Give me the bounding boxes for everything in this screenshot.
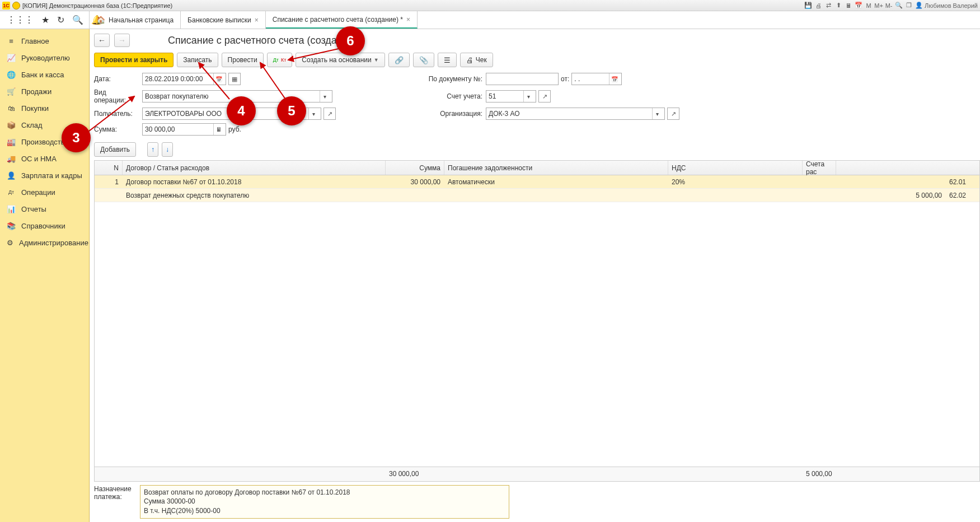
chevron-down-icon[interactable]: ▾ (308, 108, 318, 119)
post-close-button[interactable]: Провести и закрыть (94, 53, 174, 67)
org-label: Организация: (421, 110, 482, 118)
sidebar-item-sales[interactable]: 🛒Продажи (0, 83, 89, 100)
th-contract[interactable]: Договор / Статья расходов (123, 161, 386, 175)
table-row[interactable]: 1 Договор поставки №67 от 01.10.2018 30 … (95, 175, 979, 189)
chevron-down-icon: ▼ (374, 57, 379, 63)
tb-calc-icon[interactable]: 🖩 (844, 1, 853, 10)
nav-back-button[interactable]: ← (94, 34, 110, 47)
nav-forward-button[interactable]: → (114, 34, 130, 47)
link-button[interactable]: 🔗 (388, 53, 410, 67)
tab-label: Банковские выписки (187, 16, 251, 24)
items-table: N Договор / Статья расходов Сумма Погаше… (94, 160, 980, 482)
chevron-down-icon[interactable]: ▾ (320, 91, 330, 102)
button-label: Чек (476, 56, 487, 64)
calendar-icon[interactable]: 📅 (213, 73, 223, 85)
docfrom-input[interactable]: . .📅 (571, 73, 622, 85)
save-button[interactable]: Записать (177, 53, 218, 67)
sidebar-item-label: Банк и касса (21, 71, 64, 79)
top-row: ⋮⋮⋮ ★ ↻ 🔍 🔔 🏠 Начальная страница Банковс… (0, 11, 980, 29)
docnum-label: По документу №: (421, 75, 482, 83)
date-label: Дата: (94, 75, 139, 83)
tb-window-icon[interactable]: ❐ (904, 1, 913, 10)
account-input[interactable]: 51▾ (486, 90, 536, 102)
sidebar-item-admin[interactable]: ⚙Администрирование (0, 234, 89, 251)
chevron-down-icon[interactable]: ▾ (523, 91, 533, 102)
open-icon[interactable]: ↗ (667, 108, 679, 120)
apps-icon[interactable]: ⋮⋮⋮ (7, 15, 34, 25)
open-icon[interactable]: ↗ (538, 90, 551, 102)
table-footer: 30 000,00 5 000,00 (95, 467, 979, 481)
post-button[interactable]: Провести (222, 53, 264, 67)
sidebar-item-label: Отчеты (21, 205, 46, 213)
search-icon[interactable]: 🔍 (72, 15, 83, 25)
history-icon[interactable]: ↻ (57, 15, 64, 25)
sidebar-item-operations[interactable]: ДтОперации (0, 184, 89, 201)
table-row[interactable]: Возврат денежных средств покупателю 5 00… (95, 189, 979, 202)
purpose-line-1: Возврат оплаты по договору Договор поста… (144, 488, 505, 497)
account-value: 51 (489, 92, 496, 100)
purpose-line-3: В т.ч. НДС(20%) 5000-00 (144, 506, 505, 516)
attach-button[interactable]: 📎 (413, 53, 434, 67)
sidebar-item-reports[interactable]: 📊Отчеты (0, 201, 89, 217)
add-row-button[interactable]: Добавить (94, 142, 136, 157)
sidebar-item-label: ОС и НМА (21, 155, 57, 163)
tb-print-icon[interactable]: 🖨 (814, 1, 823, 10)
bag-icon: 🛍 (7, 104, 16, 113)
footer-nds: 5 000,00 (803, 470, 946, 478)
arrow-down-icon: ↓ (166, 146, 169, 153)
tb-search-icon[interactable]: 🔍 (894, 1, 903, 10)
dtkt-button[interactable]: ДтКт (267, 53, 293, 67)
page-title: Списание с расчетного счета (создание) (168, 35, 357, 46)
tb-compare-icon[interactable]: ⇄ (824, 1, 833, 10)
date-input[interactable]: 28.02.2019 0:00:00📅 (142, 73, 226, 85)
th-n[interactable]: N (95, 161, 123, 175)
sidebar-item-assets[interactable]: 🚚ОС и НМА (0, 150, 89, 167)
cell-acct: 62.02 (946, 189, 979, 202)
create-based-button[interactable]: Создать на основании▼ (296, 53, 385, 67)
sidebar-item-hr[interactable]: 👤Зарплата и кадры (0, 167, 89, 184)
calendar-icon[interactable]: 📅 (609, 73, 619, 85)
close-icon[interactable]: × (255, 16, 259, 24)
tb-m-icon[interactable]: М (864, 1, 873, 10)
org-input[interactable]: ДОК-3 АО▾ (486, 108, 665, 120)
barchart-icon: 📊 (7, 204, 16, 213)
tb-mplus-icon[interactable]: М+ (874, 1, 883, 10)
sidebar-item-bank[interactable]: 🌐Банк и касса (0, 66, 89, 83)
user-label[interactable]: Любимов Валерий (925, 2, 978, 9)
tab-writeoff[interactable]: Списание с расчетного счета (создание) *… (266, 11, 418, 29)
sidebar-item-catalogs[interactable]: 📚Справочники (0, 217, 89, 234)
tb-upload-icon[interactable]: ⬆ (834, 1, 843, 10)
tb-save-icon[interactable]: 💾 (804, 1, 813, 10)
tab-label: Списание с расчетного счета (создание) * (273, 16, 403, 24)
printer-icon: 🖨 (466, 56, 473, 64)
tab-home[interactable]: 🏠 Начальная страница (90, 11, 181, 29)
star-icon[interactable]: ★ (41, 15, 49, 25)
sidebar-item-manager[interactable]: 📈Руководителю (0, 49, 89, 66)
move-down-button[interactable]: ↓ (162, 142, 173, 157)
tab-bank-statements[interactable]: Банковские выписки × (181, 11, 266, 29)
docnum-input[interactable] (486, 73, 559, 85)
close-icon[interactable]: × (406, 16, 410, 24)
calc-icon[interactable]: 🖩 (213, 124, 223, 135)
th-nds[interactable]: НДС (668, 161, 803, 175)
sum-input[interactable]: 30 000,00🖩 (142, 123, 226, 136)
th-accounts[interactable]: Счета рас (803, 161, 836, 175)
dropdown-circle-icon[interactable] (12, 2, 20, 10)
menu-icon: ≡ (7, 36, 16, 45)
check-button[interactable]: 🖨Чек (460, 53, 493, 67)
chevron-down-icon[interactable]: ▾ (652, 108, 662, 119)
move-up-button[interactable]: ↑ (147, 142, 158, 157)
th-repay[interactable]: Погашение задолженности (444, 161, 668, 175)
dtkt-icon: Дт (7, 188, 16, 197)
sidebar-item-label: Главное (21, 37, 49, 45)
list-button[interactable]: ☰ (438, 53, 457, 67)
sidebar-item-main[interactable]: ≡Главное (0, 32, 89, 49)
date-extra-icon[interactable]: ▦ (228, 73, 241, 85)
purpose-textarea[interactable]: Возврат оплаты по договору Договор поста… (140, 485, 509, 519)
open-icon[interactable]: ↗ (323, 108, 336, 120)
cell-acct: 62.01 (946, 175, 979, 188)
tb-mminus-icon[interactable]: М- (884, 1, 893, 10)
sidebar-item-purchases[interactable]: 🛍Покупки (0, 100, 89, 116)
tb-calendar-icon[interactable]: 📅 (854, 1, 863, 10)
th-sum[interactable]: Сумма (386, 161, 444, 175)
